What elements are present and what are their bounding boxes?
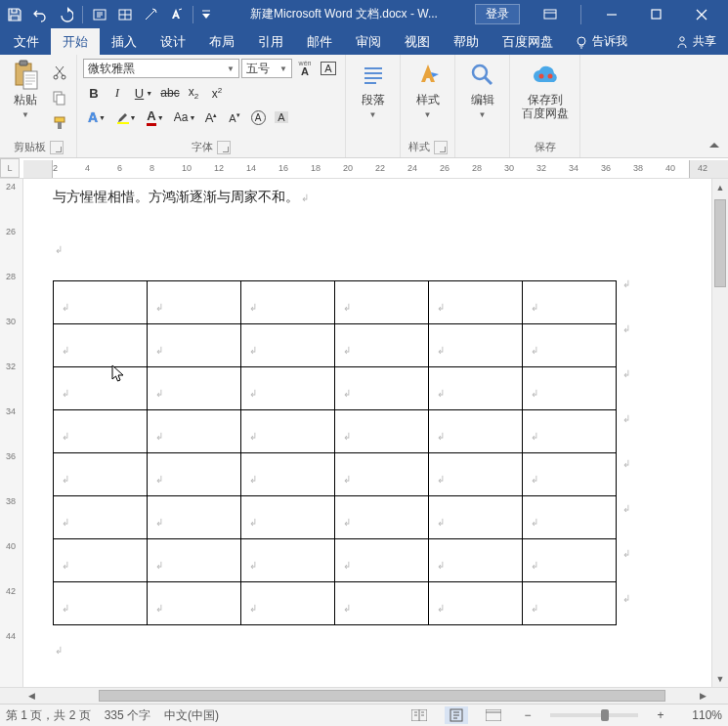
table-cell[interactable] <box>241 410 335 453</box>
maximize-icon[interactable] <box>634 0 679 28</box>
qat-btn-2[interactable] <box>114 4 136 25</box>
table-cell[interactable] <box>54 582 148 625</box>
styles-dialog-launcher[interactable] <box>434 141 448 154</box>
tell-me-input[interactable]: 告诉我 <box>565 28 637 55</box>
table-cell[interactable] <box>429 453 523 496</box>
qat-btn-1[interactable] <box>89 4 110 25</box>
table-cell[interactable] <box>335 410 429 453</box>
copy-button[interactable] <box>49 87 70 108</box>
table-cell[interactable] <box>335 496 429 539</box>
qat-customize-icon[interactable] <box>199 4 213 25</box>
table-cell[interactable] <box>148 324 241 367</box>
save-baidu-button[interactable]: 保存到 百度网盘 <box>518 58 573 123</box>
table-cell[interactable] <box>148 582 241 625</box>
document-table[interactable] <box>53 261 692 625</box>
save-icon[interactable] <box>4 4 25 25</box>
login-button[interactable]: 登录 <box>475 4 520 24</box>
table-cell[interactable] <box>54 324 148 367</box>
paragraph-text[interactable]: 与方惺惺相惜。方鸿渐逐渐与周家不和。 <box>53 185 692 209</box>
grow-font-button[interactable]: A▴ <box>200 107 222 128</box>
zoom-level[interactable]: 110% <box>683 708 722 722</box>
table-cell[interactable] <box>335 582 429 625</box>
tab-file[interactable]: 文件 <box>2 28 51 55</box>
horizontal-ruler[interactable]: L 24681012141618202224262830323436384042 <box>0 158 728 179</box>
vscroll-thumb[interactable] <box>714 199 726 287</box>
minimize-icon[interactable] <box>589 0 634 28</box>
table-cell[interactable] <box>523 367 617 410</box>
tab-design[interactable]: 设计 <box>149 28 197 55</box>
document-page[interactable]: 与方惺惺相惜。方鸿渐逐渐与周家不和。 <box>23 179 711 687</box>
qat-btn-3[interactable] <box>140 4 161 25</box>
tab-view[interactable]: 视图 <box>393 28 442 55</box>
table-cell[interactable] <box>54 367 148 410</box>
vertical-ruler[interactable]: 2426283032343638404244 <box>0 179 23 687</box>
tab-selector[interactable]: L <box>0 158 20 178</box>
table-cell[interactable] <box>241 453 335 496</box>
paragraph-button[interactable]: 段落▼ <box>354 58 393 123</box>
italic-button[interactable]: I <box>107 82 128 104</box>
cut-button[interactable] <box>49 62 70 83</box>
character-border-button[interactable]: A <box>318 58 339 79</box>
table-cell[interactable] <box>148 453 241 496</box>
zoom-in-button[interactable]: + <box>652 708 669 722</box>
collapse-ribbon-icon[interactable] <box>705 138 724 153</box>
page-count[interactable]: 第 1 页，共 2 页 <box>6 707 91 724</box>
table-cell[interactable] <box>523 582 617 625</box>
scroll-right-icon[interactable]: ▶ <box>695 688 711 704</box>
tab-mailings[interactable]: 邮件 <box>295 28 344 55</box>
font-color-button[interactable]: A▼ <box>142 107 169 128</box>
web-layout-icon[interactable] <box>482 706 505 724</box>
table-cell[interactable] <box>429 367 523 410</box>
shrink-font-button[interactable]: A▾ <box>224 107 245 128</box>
table-cell[interactable] <box>523 539 617 582</box>
table-cell[interactable] <box>54 410 148 453</box>
table-cell[interactable] <box>523 496 617 539</box>
table-cell[interactable] <box>54 281 148 324</box>
vertical-scrollbar[interactable]: ▲ ▼ <box>711 179 728 687</box>
tab-references[interactable]: 引用 <box>246 28 295 55</box>
font-name-combo[interactable]: 微软雅黑▼ <box>83 59 239 78</box>
tab-help[interactable]: 帮助 <box>442 28 491 55</box>
table-cell[interactable] <box>429 410 523 453</box>
tab-review[interactable]: 审阅 <box>344 28 393 55</box>
font-size-combo[interactable]: 五号▼ <box>241 59 292 78</box>
zoom-out-button[interactable]: − <box>519 708 536 722</box>
table-cell[interactable] <box>241 281 335 324</box>
font-dialog-launcher[interactable] <box>217 141 231 154</box>
table-cell[interactable] <box>335 539 429 582</box>
table-cell[interactable] <box>241 324 335 367</box>
print-layout-icon[interactable] <box>445 706 468 724</box>
horizontal-scrollbar[interactable]: ◀ ▶ <box>0 687 728 704</box>
format-painter-button[interactable] <box>49 112 70 134</box>
table-cell[interactable] <box>241 539 335 582</box>
table-cell[interactable] <box>148 496 241 539</box>
text-effects-button[interactable]: A▼ <box>83 107 110 128</box>
undo-icon[interactable] <box>29 4 51 25</box>
strikethrough-button[interactable]: abc <box>159 82 181 104</box>
table-cell[interactable] <box>241 582 335 625</box>
styles-button[interactable]: 样式▼ <box>408 58 448 123</box>
table-cell[interactable] <box>54 496 148 539</box>
editing-button[interactable]: 编辑▼ <box>463 58 502 123</box>
underline-button[interactable]: U▼ <box>130 82 157 104</box>
tab-home[interactable]: 开始 <box>51 28 100 55</box>
table-cell[interactable] <box>148 539 241 582</box>
tab-layout[interactable]: 布局 <box>197 28 246 55</box>
table-cell[interactable] <box>523 281 617 324</box>
scroll-left-icon[interactable]: ◀ <box>23 688 40 704</box>
table-cell[interactable] <box>241 496 335 539</box>
read-mode-icon[interactable] <box>407 706 431 724</box>
ribbon-display-icon[interactable] <box>528 0 573 28</box>
scroll-up-icon[interactable]: ▲ <box>712 179 728 195</box>
close-icon[interactable] <box>679 0 724 28</box>
bold-button[interactable]: B <box>83 82 105 104</box>
qat-btn-4[interactable] <box>165 4 187 25</box>
table-cell[interactable] <box>148 367 241 410</box>
table-cell[interactable] <box>335 453 429 496</box>
tab-baidu[interactable]: 百度网盘 <box>491 28 565 55</box>
table-cell[interactable] <box>429 539 523 582</box>
change-case-button[interactable]: Aa▼ <box>171 107 198 128</box>
paste-button[interactable]: 粘贴▼ <box>6 58 45 123</box>
table-cell[interactable] <box>54 453 148 496</box>
table-cell[interactable] <box>429 496 523 539</box>
